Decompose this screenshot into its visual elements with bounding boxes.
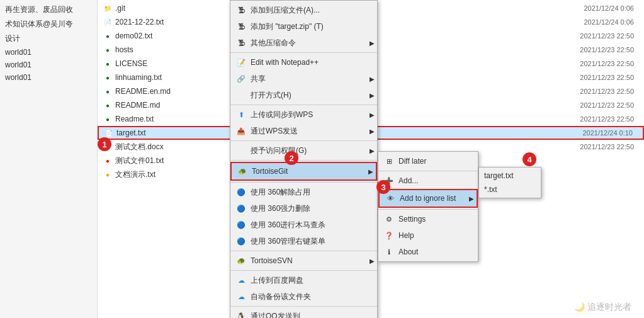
wps-send-icon: 📤 <box>235 125 247 137</box>
separator <box>230 306 377 307</box>
file-icon: ● <box>103 59 113 69</box>
about-icon: ℹ <box>383 246 395 258</box>
menu-item-wps-send[interactable]: 📤 通过WPS发送 ▶ <box>230 123 377 139</box>
submenu-add[interactable]: ➕ Add... <box>378 173 478 189</box>
access-icon <box>235 145 247 156</box>
file-date: 2021/12/24 0:06 <box>584 4 639 12</box>
file-date: 2021/12/23 22:50 <box>580 32 639 40</box>
ignore-all-txt[interactable]: *.txt <box>479 183 541 196</box>
menu-item-compress[interactable]: 🗜 添加到压缩文件(A)... <box>230 2 377 18</box>
file-date: 2021/12/23 22:50 <box>580 143 639 150</box>
arrow-icon: ▶ <box>370 111 375 118</box>
menu-item-tortoisegit[interactable]: 🐢 TortoiseGit ▶ <box>230 162 377 181</box>
menu-item-compress-zip[interactable]: 🗜 添加到 "target.zip" (T) <box>230 18 377 35</box>
separator <box>378 171 478 171</box>
menu-item-baidu-backup[interactable]: ☁ 自动备份该文件夹 <box>230 288 377 305</box>
file-icon: 📄 <box>103 17 113 27</box>
file-date: 2021/12/23 22:50 <box>580 115 639 123</box>
notepad-icon: 📝 <box>235 57 247 68</box>
separator <box>378 209 478 210</box>
menu-item-wps-upload[interactable]: ⬆ 上传或同步到WPS ▶ <box>230 106 377 123</box>
open-with-icon <box>235 89 247 101</box>
share-icon: 🔗 <box>235 73 247 84</box>
menu-item-qq-send[interactable]: 🐧 通过QQ发送到 <box>230 308 377 318</box>
folder-icon: 📁 <box>103 3 113 13</box>
file-icon: ● <box>103 100 113 110</box>
file-icon: ● <box>103 45 113 55</box>
arrow-icon: ▶ <box>370 40 375 47</box>
file-date: 2021/12/23 22:50 <box>580 60 639 67</box>
menu-item-360-2[interactable]: 🔵 使用 360强力删除 <box>230 200 377 217</box>
submenu-add-to-ignore[interactable]: 👁 Add to ignore list ▶ <box>378 189 478 208</box>
help-icon: ❓ <box>383 230 395 241</box>
file-date: 2021/12/23 22:50 <box>580 46 639 54</box>
arrow-icon: ▶ <box>368 168 373 175</box>
file-date: 2021/12/23 22:50 <box>580 101 639 109</box>
menu-item-share[interactable]: 🔗 共享 ▶ <box>230 71 377 87</box>
arrow-icon: ▶ <box>370 147 375 154</box>
menu-item-notepad[interactable]: 📝 Edit with Notepad++ <box>230 54 377 71</box>
arrow-icon: ▶ <box>370 76 375 82</box>
file-icon: ● <box>103 86 113 96</box>
separator <box>230 182 377 183</box>
arrow-icon: ▶ <box>469 195 474 202</box>
sidebar-item-4[interactable]: world01 <box>0 46 97 59</box>
file-icon: ● <box>103 169 113 179</box>
watermark: 🌙 追逐时光者 <box>574 302 631 313</box>
menu-item-open-with[interactable]: 打开方式(H) ▶ <box>230 87 377 103</box>
separator <box>230 160 377 161</box>
arrow-icon: ▶ <box>370 128 375 135</box>
ignore-target-txt[interactable]: target.txt <box>479 169 541 183</box>
360-icon: 🔵 <box>235 203 247 214</box>
compress-zip-icon: 🗜 <box>235 21 247 32</box>
file-icon: ● <box>103 114 113 124</box>
compress-icon: 🗜 <box>235 4 247 16</box>
menu-item-baidu-upload[interactable]: ☁ 上传到百度网盘 <box>230 272 377 288</box>
qq-icon: 🐧 <box>235 310 247 318</box>
submenu-diff-later[interactable]: ⊞ Diff later <box>378 153 478 169</box>
baidu-backup-icon: ☁ <box>235 291 247 302</box>
menu-item-360-1[interactable]: 🔵 使用 360解除占用 <box>230 184 377 200</box>
tortoisegit-icon: 🐢 <box>237 166 248 177</box>
menu-item-360-3[interactable]: 🔵 使用 360进行木马查杀 <box>230 217 377 233</box>
360-icon: 🔵 <box>235 236 247 247</box>
tortoisegit-submenu: ⊞ Diff later ➕ Add... 👁 Add to ignore li… <box>378 151 478 262</box>
sidebar-item-1[interactable]: 再生资源、废品回收 <box>0 3 97 17</box>
file-icon: 📄 <box>104 128 114 138</box>
sidebar: 再生资源、废品回收 术知识体系@吴川夸 设计 world01 world01 w… <box>0 0 98 318</box>
sidebar-item-3[interactable]: 设计 <box>0 31 97 46</box>
360-icon: 🔵 <box>235 186 247 198</box>
step-badge-3: 3 <box>376 180 390 194</box>
submenu-help[interactable]: ❓ Help <box>378 227 478 244</box>
360-icon: 🔵 <box>235 219 247 230</box>
arrow-icon: ▶ <box>370 92 375 99</box>
menu-item-other-compress[interactable]: 🗜 其他压缩命令 ▶ <box>230 35 377 51</box>
file-date: 2021/12/24 0:10 <box>582 129 638 137</box>
watermark-icon: 🌙 <box>574 302 585 312</box>
file-date: 2021/12/23 22:50 <box>580 74 639 81</box>
sidebar-item-5[interactable]: world01 <box>0 59 97 71</box>
menu-item-access[interactable]: 授予访问权限(G) ▶ <box>230 142 377 159</box>
separator <box>230 251 377 251</box>
ignore-icon: 👁 <box>385 193 396 204</box>
arrow-icon: ▶ <box>370 258 375 264</box>
file-date: 2021/12/23 22:50 <box>580 88 639 95</box>
separator <box>230 270 377 271</box>
baidu-icon: ☁ <box>235 275 247 286</box>
file-icon: ● <box>103 156 113 166</box>
menu-item-360-4[interactable]: 🔵 使用 360管理右键菜单 <box>230 233 377 249</box>
wps-upload-icon: ⬆ <box>235 109 247 120</box>
step-badge-1: 1 <box>98 137 111 151</box>
submenu-about[interactable]: ℹ About <box>378 244 478 260</box>
compress-other-icon: 🗜 <box>235 37 247 48</box>
sidebar-item-6[interactable]: world01 <box>0 71 97 84</box>
separator <box>230 52 377 53</box>
submenu-settings[interactable]: ⚙ Settings <box>378 211 478 227</box>
file-icon: ● <box>103 31 113 41</box>
sidebar-item-2[interactable]: 术知识体系@吴川夸 <box>0 17 97 31</box>
context-menu: 🗜 添加到压缩文件(A)... 🗜 添加到 "target.zip" (T) 🗜… <box>230 0 378 318</box>
menu-item-tortoisesvn[interactable]: 🐢 TortoiseSVN ▶ <box>230 253 377 269</box>
diff-icon: ⊞ <box>383 156 395 167</box>
ignore-submenu: target.txt *.txt <box>478 167 541 198</box>
step-badge-4: 4 <box>523 152 536 166</box>
